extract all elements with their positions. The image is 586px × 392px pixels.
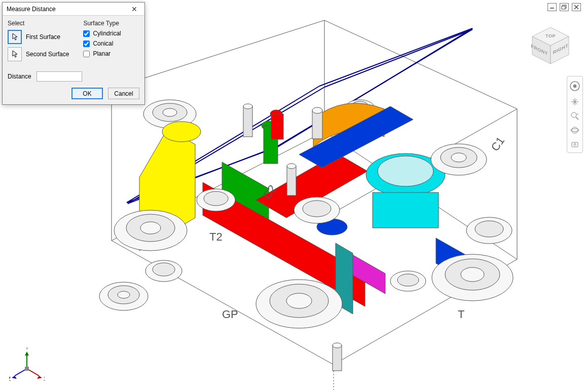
first-surface-button[interactable] <box>8 30 22 44</box>
axis-z: Z <box>9 376 11 382</box>
svg-rect-33 <box>243 106 252 137</box>
svg-point-25 <box>162 122 201 142</box>
select-group: Select First Surface Second <box>8 20 69 64</box>
cylindrical-row[interactable]: Cylindrical <box>83 30 121 37</box>
minimize-icon[interactable] <box>547 3 557 11</box>
label-t: T <box>458 308 464 321</box>
conical-label: Conical <box>93 40 113 47</box>
cursor-icon <box>12 50 18 58</box>
svg-point-65 <box>451 153 466 162</box>
svg-point-75 <box>573 85 576 88</box>
coordinate-triad: X Y Z <box>9 347 45 383</box>
svg-point-82 <box>574 143 576 145</box>
first-surface-label: First Surface <box>26 33 60 41</box>
cursor-icon <box>12 33 18 41</box>
planar-checkbox[interactable] <box>83 51 90 57</box>
distance-row: Distance <box>8 71 139 82</box>
dialog-titlebar[interactable]: Measure Distance ✕ <box>3 3 144 16</box>
cancel-button[interactable]: Cancel <box>108 88 139 99</box>
conical-row[interactable]: Conical <box>83 40 121 47</box>
svg-point-40 <box>333 343 342 348</box>
model-parts <box>99 100 513 371</box>
svg-marker-88 <box>12 376 17 379</box>
svg-point-22 <box>163 108 177 116</box>
label-gp: GP <box>222 308 238 321</box>
svg-line-77 <box>576 117 578 120</box>
axis-y: Y <box>25 347 29 350</box>
svg-rect-68 <box>562 6 565 9</box>
svg-text:+: + <box>576 112 579 116</box>
svg-rect-39 <box>333 345 342 371</box>
close-window-icon[interactable] <box>572 3 581 11</box>
showmotion-icon[interactable] <box>568 138 581 150</box>
dialog-title: Measure Distance <box>7 6 56 13</box>
surface-type-group: Surface Type Cylindrical Conical Planar <box>83 20 121 64</box>
cylindrical-label: Cylindrical <box>93 30 121 37</box>
close-icon[interactable]: ✕ <box>124 3 144 16</box>
navigation-bar: + <box>567 76 583 153</box>
conical-checkbox[interactable] <box>83 41 90 47</box>
svg-point-55 <box>303 201 331 217</box>
pan-icon[interactable] <box>568 96 581 108</box>
first-surface-row: First Surface <box>8 30 69 44</box>
second-surface-button[interactable] <box>8 47 22 61</box>
svg-point-34 <box>243 104 252 109</box>
svg-rect-35 <box>287 166 296 195</box>
select-group-label: Select <box>8 20 69 27</box>
view-cube[interactable]: TOP FRONT RIGHT <box>529 24 572 67</box>
distance-field[interactable] <box>36 71 82 82</box>
steering-wheel-icon[interactable] <box>568 79 581 94</box>
viewcube-top: TOP <box>545 33 556 38</box>
svg-marker-86 <box>25 351 29 356</box>
cylindrical-checkbox[interactable] <box>83 30 90 37</box>
svg-point-60 <box>461 267 484 282</box>
ok-button[interactable]: OK <box>71 88 103 99</box>
svg-marker-84 <box>37 376 42 379</box>
zoom-icon[interactable]: + <box>568 110 581 122</box>
planar-label: Planar <box>93 50 111 57</box>
surface-type-label: Surface Type <box>83 20 121 27</box>
svg-line-9 <box>324 20 517 109</box>
label-c1: C1 <box>489 134 507 153</box>
svg-point-36 <box>287 164 296 169</box>
label-t2: T2 <box>209 230 223 243</box>
orbit-icon[interactable] <box>568 124 581 136</box>
svg-rect-89 <box>25 367 29 371</box>
second-surface-row: Second Surface <box>8 47 69 61</box>
svg-point-43 <box>140 222 161 234</box>
axis-x: X <box>44 376 45 382</box>
svg-point-50 <box>118 291 130 298</box>
svg-point-76 <box>571 112 576 117</box>
second-surface-label: Second Surface <box>26 51 69 58</box>
svg-point-38 <box>312 107 322 113</box>
restore-icon[interactable] <box>560 3 569 11</box>
svg-line-12 <box>319 28 472 86</box>
distance-label: Distance <box>8 73 31 80</box>
svg-point-53 <box>286 293 312 308</box>
window-controls <box>547 3 581 11</box>
svg-point-62 <box>475 221 503 237</box>
svg-rect-81 <box>572 142 578 147</box>
svg-rect-29 <box>271 114 283 139</box>
svg-rect-37 <box>312 110 322 139</box>
svg-point-57 <box>397 274 419 286</box>
svg-line-17 <box>324 29 472 87</box>
svg-point-47 <box>153 263 175 276</box>
svg-point-79 <box>572 127 578 133</box>
svg-point-45 <box>204 191 228 206</box>
measure-distance-dialog: Measure Distance ✕ Select First Surface <box>2 2 145 105</box>
planar-row[interactable]: Planar <box>83 50 121 57</box>
svg-point-32 <box>378 156 433 186</box>
